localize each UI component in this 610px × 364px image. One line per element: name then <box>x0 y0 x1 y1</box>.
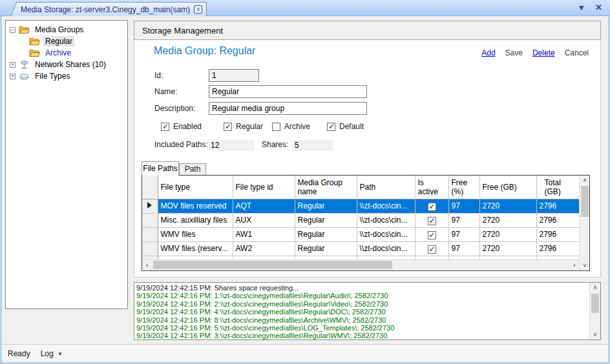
included-paths-value: 12 <box>209 140 254 151</box>
tree-item-regular[interactable]: Regular <box>6 35 127 47</box>
cell-total-gb[interactable]: 2796 <box>536 241 579 256</box>
cell-file-type-id[interactable]: AW2 <box>233 241 295 256</box>
name-field[interactable]: Regular <box>209 85 367 98</box>
cell-total-gb[interactable]: 2796 <box>536 213 579 227</box>
cell-free-pct[interactable]: 97 <box>448 213 479 227</box>
row-selector-cell[interactable] <box>142 199 158 213</box>
tree-item-file-types[interactable]: + File Types <box>6 70 127 82</box>
grid-vertical-scrollbar[interactable]: ∧ ∨ <box>579 176 589 270</box>
cell-free-pct[interactable]: 97 <box>448 199 479 213</box>
cell-path[interactable]: \\zt-docs\cin... <box>357 199 415 213</box>
tree-item-archive[interactable]: Archive <box>6 47 127 59</box>
cell-media-group-name[interactable]: Regular <box>295 227 357 241</box>
cell-path[interactable]: \\zt-docs\cin... <box>357 241 415 256</box>
scroll-up-icon[interactable]: ∧ <box>580 176 590 185</box>
cell-is-active[interactable] <box>415 241 448 256</box>
column-header-total-gb[interactable]: Total (GB) <box>536 176 579 199</box>
log-vertical-scrollbar[interactable]: ∧ ∨ <box>589 283 600 339</box>
cell-file-type[interactable]: WMV files (reserv... <box>158 241 233 256</box>
cell-file-type[interactable]: WMV files <box>158 227 233 241</box>
cell-free-gb[interactable]: 2720 <box>479 227 536 241</box>
cell-total-gb[interactable]: 2796 <box>536 227 579 241</box>
table-row[interactable]: MOV files reserved AQT Regular \\zt-docs… <box>142 199 579 213</box>
archive-checkbox[interactable]: Archive <box>272 122 310 131</box>
description-field[interactable]: Regular media group <box>209 102 367 115</box>
cell-is-active[interactable] <box>415 199 448 213</box>
tree-item-media-groups[interactable]: − Media Groups <box>6 24 127 35</box>
cell-file-type-id[interactable]: AQT <box>233 199 295 213</box>
checkbox-icon[interactable] <box>224 123 232 131</box>
column-header-media-group-name[interactable]: Media Group name <box>295 176 357 199</box>
row-selector-cell[interactable] <box>142 227 158 241</box>
log-lines[interactable]: 9/19/2024 12:42:15 PM: Shares space requ… <box>134 283 589 339</box>
cell-total-gb[interactable]: 2796 <box>536 199 579 213</box>
scroll-down-icon[interactable]: ∨ <box>590 330 600 339</box>
scrollbar-thumb[interactable] <box>581 186 589 217</box>
scroll-right-icon[interactable]: › <box>569 260 579 270</box>
window-close-icon[interactable]: ✕ <box>595 3 602 12</box>
cell-free-pct[interactable]: 97 <box>448 227 479 241</box>
included-paths-label: Included Paths: <box>154 139 208 150</box>
collapse-expander-icon[interactable]: − <box>10 27 16 33</box>
column-header-file-type[interactable]: File type <box>158 176 233 199</box>
grid-horizontal-scrollbar[interactable]: ‹ › <box>142 259 579 270</box>
tab-close-icon[interactable]: x <box>194 5 202 14</box>
save-button[interactable]: Save <box>505 48 523 57</box>
expand-expander-icon[interactable]: + <box>10 74 16 79</box>
cell-free-gb[interactable]: 2720 <box>479 241 536 256</box>
checkbox-icon[interactable] <box>327 123 335 131</box>
status-log-label: Log <box>41 349 54 358</box>
checkbox-icon[interactable] <box>161 123 169 131</box>
cell-path[interactable]: \\zt-docs\cin... <box>357 213 415 227</box>
tree-item-network-shares[interactable]: + Network Shares (10) <box>6 59 127 70</box>
delete-button[interactable]: Delete <box>532 48 555 57</box>
column-header-selector[interactable] <box>142 176 158 199</box>
window-menu-dropdown-icon[interactable]: ▾ <box>580 3 584 12</box>
cell-free-gb[interactable]: 2720 <box>479 199 536 213</box>
document-tab[interactable]: Media Storage: zt-server3.Cinegy_db_main… <box>19 2 207 16</box>
file-paths-grid: File type File type id Media Group name … <box>142 175 590 271</box>
id-field: 1 <box>209 69 259 82</box>
cell-file-type[interactable]: Misc. auxilliary files <box>158 213 233 227</box>
cell-path[interactable]: \\zt-docs\cin... <box>357 227 415 241</box>
cell-is-active[interactable] <box>415 213 448 227</box>
column-header-is-active[interactable]: Is active <box>415 176 448 199</box>
column-header-free-pct[interactable]: Free (%) <box>448 176 479 199</box>
scroll-down-icon[interactable]: ∨ <box>580 261 590 270</box>
is-active-checkbox-icon[interactable] <box>428 231 436 239</box>
is-active-checkbox-icon[interactable] <box>428 245 436 254</box>
row-selector-cell[interactable] <box>142 213 158 227</box>
checkbox-icon[interactable] <box>272 123 280 131</box>
tab-path[interactable]: Path <box>179 163 206 176</box>
column-header-path[interactable]: Path <box>357 176 415 199</box>
row-selector-cell[interactable] <box>142 241 158 256</box>
scroll-left-icon[interactable]: ‹ <box>142 260 152 270</box>
table-row[interactable]: Misc. auxilliary files AUX Regular \\zt-… <box>142 213 579 227</box>
cell-file-type-id[interactable]: AUX <box>233 213 295 227</box>
cell-media-group-name[interactable]: Regular <box>295 213 357 227</box>
cell-file-type-id[interactable]: AW1 <box>233 227 295 241</box>
scroll-up-icon[interactable]: ∧ <box>590 283 600 292</box>
cell-is-active[interactable] <box>415 227 448 241</box>
cell-file-type[interactable]: MOV files reserved <box>158 199 233 213</box>
cancel-button[interactable]: Cancel <box>565 48 589 57</box>
cell-media-group-name[interactable]: Regular <box>295 241 357 256</box>
column-header-file-type-id[interactable]: File type id <box>233 176 295 199</box>
tab-file-paths[interactable]: File Paths <box>142 161 179 176</box>
add-button[interactable]: Add <box>481 48 495 57</box>
is-active-checkbox-icon[interactable] <box>428 203 436 211</box>
column-header-free-gb[interactable]: Free (GB) <box>479 176 536 199</box>
scrollbar-thumb[interactable] <box>153 261 392 269</box>
cell-media-group-name[interactable]: Regular <box>295 199 357 213</box>
enabled-checkbox[interactable]: Enabled <box>161 122 202 131</box>
expand-expander-icon[interactable]: + <box>10 62 16 68</box>
regular-checkbox[interactable]: Regular <box>224 122 263 131</box>
cell-free-pct[interactable]: 97 <box>448 241 479 256</box>
table-row[interactable]: WMV files AW1 Regular \\zt-docs\cin... 9… <box>142 227 579 241</box>
is-active-checkbox-icon[interactable] <box>428 217 436 225</box>
default-checkbox[interactable]: Default <box>327 122 364 131</box>
status-log-dropdown[interactable]: Log ▾ <box>41 349 62 358</box>
cell-free-gb[interactable]: 2720 <box>479 213 536 227</box>
scrollbar-thumb[interactable] <box>591 294 599 313</box>
table-row[interactable]: WMV files (reserv... AW2 Regular \\zt-do… <box>142 241 579 256</box>
